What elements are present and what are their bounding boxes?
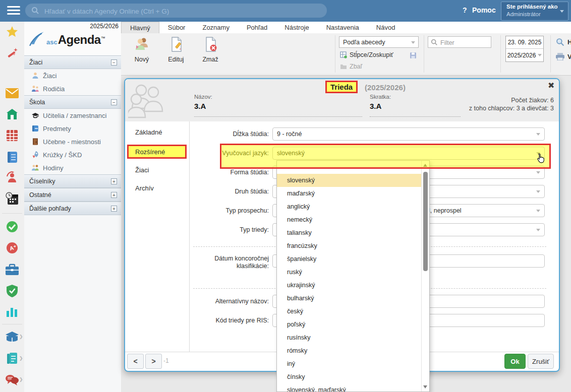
tab-pohlad[interactable]: Pohľad (238, 22, 276, 33)
dialog-tab-ziaci[interactable]: Žiaci (135, 166, 149, 174)
sidebar-item-predmety[interactable]: Predmety (24, 122, 121, 135)
language-dropdown: - slovenský maďarský anglický nemecký ta… (276, 160, 430, 392)
name-value[interactable]: 3.A (194, 102, 206, 110)
dropdown-option[interactable]: anglický (277, 200, 422, 213)
students-detail: z toho chlapcov: 3 a dievčat: 3 (469, 105, 554, 112)
tab-hlavny[interactable]: Hlavný (121, 22, 159, 33)
sidebar-item-kruzky[interactable]: Krúžky / ŠKD (24, 148, 121, 161)
calendar-clock-icon[interactable] (6, 192, 19, 205)
sidebar-section-ciselniky[interactable]: Číselníky+ (24, 174, 121, 188)
close-icon[interactable]: ✖ (548, 81, 554, 90)
tab-subor[interactable]: Súbor (159, 22, 194, 33)
tab-nastavenia[interactable]: Nastavenia (318, 22, 368, 33)
filter-box[interactable] (428, 36, 491, 48)
school-year-select[interactable]: 2025/2026 (506, 49, 543, 61)
messages-icon[interactable] (5, 374, 19, 386)
favorites-star-icon[interactable] (6, 26, 18, 38)
dropdown-option[interactable]: slovenský, maďarský (277, 383, 422, 392)
scroll-down-icon[interactable] (423, 385, 427, 388)
grades-aplus-icon[interactable]: A⁺ (6, 242, 18, 254)
ok-button[interactable]: Ok (504, 354, 526, 369)
expand-toggle-icon[interactable]: + (111, 206, 117, 212)
attendance-check-icon[interactable] (6, 221, 18, 233)
gradebook-icon[interactable] (7, 151, 18, 163)
substitution-icon[interactable] (6, 171, 19, 184)
filter-input[interactable] (439, 38, 491, 47)
current-date[interactable]: 23. 09. 2025 (506, 36, 543, 49)
length-select[interactable]: 9 - ročné (272, 127, 545, 141)
dropdown-scrollbar[interactable] (421, 161, 429, 391)
dropdown-option[interactable]: iný (277, 357, 422, 370)
sidebar-item-ucebne[interactable]: Učebne - miestnosti (24, 135, 121, 148)
scroll-up-icon[interactable] (423, 164, 427, 167)
wizard-wand-icon[interactable] (6, 47, 18, 59)
dropdown-option[interactable]: ukrajinský (277, 279, 422, 292)
delete-button[interactable]: Zmaž (196, 36, 225, 63)
expand-toggle-icon[interactable]: + (111, 178, 117, 184)
dropdown-option[interactable]: čínsky (277, 370, 422, 383)
global-search[interactable] (25, 4, 327, 18)
dropdown-option[interactable]: poľský (277, 318, 422, 331)
new-button[interactable]: Nový (127, 36, 156, 63)
sidebar-section-ziaci[interactable]: Žiaci− (24, 55, 121, 69)
dropdown-option-selected[interactable]: slovenský (277, 174, 422, 187)
toolbar-separator (550, 35, 551, 73)
help-link[interactable]: Pomoc (472, 6, 496, 14)
dropdown-option[interactable]: maďarský (277, 187, 422, 200)
shield-check-icon[interactable] (6, 284, 18, 297)
scrollbar-thumb[interactable] (423, 172, 428, 271)
tab-nastroje[interactable]: Nástroje (276, 22, 317, 33)
sidebar-item-rodicia[interactable]: Rodičia (24, 82, 121, 95)
dropdown-option[interactable]: bulharský (277, 292, 422, 305)
help-question-icon[interactable]: ? (463, 6, 467, 14)
chevron-down-icon (536, 152, 540, 155)
sidebar-item-ziaci[interactable]: Žiaci (24, 69, 121, 82)
briefcase-icon[interactable] (5, 264, 19, 276)
tab-navod[interactable]: Návod (368, 22, 404, 33)
mail-icon[interactable] (6, 88, 19, 98)
language-select[interactable]: slovenský (272, 147, 545, 160)
dropdown-option[interactable]: nemecký (277, 213, 422, 226)
save-layout-icon[interactable] (410, 52, 417, 59)
user-menu[interactable]: Ste prihlásený ako Administrátor (501, 2, 568, 21)
edit-button[interactable]: Edituj (161, 36, 191, 63)
sidebar-section-skola[interactable]: Škola− (24, 95, 121, 109)
sidebar-item-hodiny[interactable]: Hodiny (24, 161, 121, 174)
sort-order-select[interactable]: Podľa abecedy (339, 36, 419, 48)
dropdown-option[interactable]: taliansky (277, 226, 422, 239)
columns-group-button[interactable]: Stĺpce/Zoskupiť (340, 51, 393, 58)
statistics-chart-icon[interactable] (6, 306, 18, 317)
collapse-toggle-icon[interactable]: − (111, 99, 117, 105)
prev-record-button[interactable]: < (127, 354, 144, 369)
dropdown-option[interactable]: španielsky (277, 252, 422, 266)
search-records-button[interactable]: Hľadať (556, 38, 571, 46)
dialog-tab-zakladne[interactable]: Základné (135, 128, 162, 136)
dialog-tab-archiv[interactable]: Archív (135, 184, 154, 192)
dropdown-option[interactable]: - (277, 161, 422, 174)
tab-zoznamy[interactable]: Zoznamy (194, 22, 238, 33)
sidebar-section-ostatne[interactable]: Ostatné+ (24, 188, 121, 202)
global-search-input[interactable] (43, 5, 318, 17)
documents-icon[interactable] (7, 353, 18, 365)
clubs-icon (31, 151, 39, 159)
hamburger-menu-icon[interactable] (7, 6, 20, 15)
home-icon[interactable] (6, 108, 18, 120)
expand-toggle-icon[interactable]: + (111, 192, 117, 198)
chevron-right-icon: ❯ (19, 377, 23, 382)
dropdown-option[interactable]: francúzsky (277, 239, 422, 252)
sidebar-section-dalsie-pohlady[interactable]: Ďalšie pohľady+ (24, 202, 121, 215)
library-icon[interactable] (5, 331, 19, 343)
dropdown-option[interactable]: český (277, 305, 422, 318)
ris-code-label: Kód triedy pre RIS: (168, 317, 269, 324)
cancel-button[interactable]: Zrušiť (528, 354, 554, 369)
timetable-icon[interactable] (6, 129, 18, 142)
print-button[interactable]: Vytlačiť (556, 53, 571, 60)
collapse-toggle-icon[interactable]: − (111, 59, 117, 66)
sidebar-item-ucitelia[interactable]: Učitelia / zamestnanci (24, 109, 121, 122)
dropdown-option[interactable]: rusínsky (277, 331, 422, 344)
collapse-button[interactable]: Zbaľ (340, 63, 362, 70)
next-record-button[interactable]: > (145, 354, 162, 369)
dropdown-option[interactable]: ruský (277, 266, 422, 279)
abbr-value[interactable]: 3.A (370, 102, 381, 110)
dropdown-option[interactable]: rómsky (277, 344, 422, 357)
